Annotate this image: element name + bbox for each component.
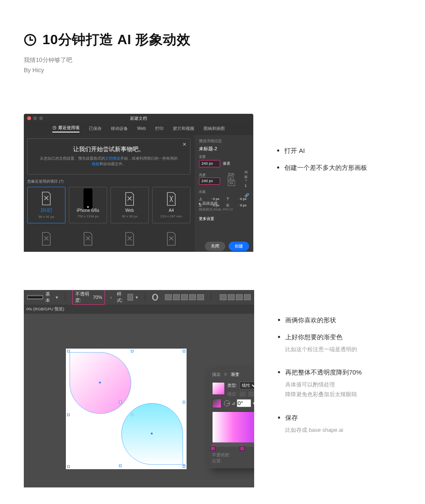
note-item: 保存 <box>285 411 343 424</box>
note-item: 打开 AI <box>284 144 305 157</box>
transform-icon[interactable] <box>236 294 243 300</box>
width-input[interactable]: 240 px <box>199 160 220 167</box>
align-icon[interactable] <box>173 294 180 300</box>
preset-ghost[interactable] <box>110 226 149 252</box>
stroke-gradient-icon[interactable] <box>248 391 254 397</box>
preset-detail-panel: 预设详细信息 未标题-2 宽度 240 px 像素 高度 240 px 方向 <box>195 135 253 252</box>
hero-body: 从您自己的文档设置、预先设置格式的文档预设开始，或者利用我们的一些有用的 模板和… <box>31 156 187 167</box>
preset-group-label: 您最近使用的项目 (7) <box>27 179 190 184</box>
phone-icon <box>82 188 94 210</box>
hero-box: ✕ 让我们开始尝试新事物吧。 从您自己的文档设置、预先设置格式的文档预设开始，或… <box>27 138 190 175</box>
transform-icons <box>220 294 251 300</box>
style-label: 样式: <box>117 291 125 304</box>
transform-icon[interactable] <box>228 294 235 300</box>
align-icon[interactable] <box>197 294 204 300</box>
byline: By Hicy <box>24 65 401 76</box>
window-title: 新建文档 <box>24 114 253 122</box>
note-sub: 比如这个粉注意一端是透明的 <box>285 344 357 354</box>
align-icon[interactable] <box>181 294 188 300</box>
preset-custom[interactable]: [自定] 90 x 91 px <box>27 187 65 223</box>
tab-film[interactable]: 胶片和视频 <box>173 125 194 132</box>
document-status-bar: 0% (RGB/GPU 预览) <box>24 305 254 314</box>
more-settings[interactable]: 更多设置 <box>199 216 249 222</box>
svg-rect-2 <box>84 189 93 209</box>
chevron-down-icon[interactable]: ▾ <box>136 295 138 300</box>
close-icon[interactable]: ✕ <box>182 141 187 147</box>
gradient-stop[interactable] <box>240 444 244 450</box>
document-icon <box>40 191 52 206</box>
stop-opacity-label: 不透明度: <box>212 452 243 458</box>
chevron-right-icon[interactable]: › <box>110 295 112 300</box>
subtitle-line: 我猜10分钟够了吧 <box>24 55 401 65</box>
create-button[interactable]: 创建 <box>229 242 249 251</box>
height-input[interactable]: 240 px <box>199 177 220 185</box>
stroke-basic-label[interactable]: 基本 <box>45 291 53 304</box>
width-label: 宽度 <box>199 155 249 159</box>
note-item: 创建一个差不多大的方形画板 <box>284 161 367 174</box>
preset-ghost[interactable] <box>152 226 190 252</box>
artboards-input[interactable]: ⌃ 1 <box>244 179 249 188</box>
preset-ghost[interactable] <box>27 226 65 252</box>
height-label: 高度 <box>199 173 220 177</box>
tab-mobile[interactable]: 移动设备 <box>111 125 128 132</box>
tab-saved[interactable]: 已保存 <box>89 125 102 132</box>
tab-stroke[interactable]: 描边 <box>212 372 221 377</box>
gradient-stop[interactable] <box>210 444 215 450</box>
note-item: 再把整体不透明度降到70% <box>285 366 362 379</box>
document-name[interactable]: 未标题-2 <box>199 146 249 152</box>
stroke-gradient-icon[interactable] <box>240 391 246 397</box>
gradient-fill-swatch[interactable] <box>212 382 225 395</box>
tab-web[interactable]: Web <box>137 125 146 132</box>
page-title: 10分钟打造 AI 形象动效 <box>42 31 190 49</box>
align-icon[interactable] <box>165 294 172 300</box>
document-icon <box>124 191 136 206</box>
preset-ghost[interactable] <box>69 226 107 252</box>
transform-icon[interactable] <box>220 294 227 300</box>
transform-icon[interactable] <box>244 294 251 300</box>
gradient-type-select[interactable]: 线性 <box>240 382 254 389</box>
artboards-label: 画板 <box>244 170 249 179</box>
angle-dial-icon[interactable] <box>224 400 230 406</box>
stroke-style-swatch[interactable] <box>27 295 43 299</box>
align-icon[interactable] <box>189 294 196 300</box>
preset-web[interactable]: Web 90 x 90 px <box>110 187 149 223</box>
opacity-control[interactable]: 不透明度: 70% <box>72 290 105 305</box>
gradient-ramp[interactable] <box>212 411 254 445</box>
chevron-down-icon[interactable]: ▾ <box>56 295 58 300</box>
stop-position-label: 位置: <box>212 458 243 464</box>
ai-new-doc-dialog: 新建文档 最近使用项 已保存 移动设备 Web 打印 胶片和视频 图稿和插图 ✕… <box>24 114 253 252</box>
detail-heading: 预设详细信息 <box>199 138 249 144</box>
tab-recent[interactable]: 最近使用项 <box>52 125 79 132</box>
note-item: 上好你想要的渐变色 <box>285 331 357 344</box>
unit-select[interactable]: 像素 <box>223 161 230 166</box>
color-mode: 颜色模式:RGB, PPI:72 <box>199 207 249 212</box>
gradient-stroke-swatch[interactable] <box>212 399 221 408</box>
tab-art[interactable]: 图稿和插图 <box>204 125 225 132</box>
note-sub: 具体值可以酌情处理 降降避免色彩叠加后太辣眼睛 <box>285 380 362 400</box>
preset-iphone[interactable]: iPhone 6/6s 750 x 1334 px <box>69 187 107 223</box>
orientation-landscape-icon[interactable]: ▭ <box>228 180 235 186</box>
angle-input[interactable] <box>237 399 251 407</box>
opacity-value[interactable]: 70% <box>93 295 102 300</box>
window-traffic-lights[interactable] <box>27 116 43 120</box>
tab-print[interactable]: 打印 <box>155 125 164 132</box>
ai-editor-window: 基本 ▾ 不透明度: 70% › 样式: ▾ <box>24 290 254 487</box>
section2-notes: 画俩你喜欢的形状 上好你想要的渐变色 比如这个粉注意一端是透明的 再把整体不透明… <box>278 314 362 439</box>
note-item: 画俩你喜欢的形状 <box>285 314 336 327</box>
tab-gradient[interactable]: 渐变 <box>231 372 239 377</box>
bleed-top-input[interactable]: 0 px <box>209 197 222 201</box>
artboard[interactable] <box>66 349 187 469</box>
globe-icon[interactable] <box>152 294 158 301</box>
bleed-right-input[interactable]: 0 px <box>236 203 249 208</box>
align-icons <box>165 294 204 300</box>
hero-title: 让我们开始尝试新事物吧。 <box>31 146 187 153</box>
close-button[interactable]: 关闭 <box>205 242 225 251</box>
options-bar: 基本 ▾ 不透明度: 70% › 样式: ▾ <box>24 290 254 305</box>
gradient-panel[interactable]: 描边 ◇ 渐变 类型: 线性 描边: <box>209 369 254 468</box>
style-swatch[interactable] <box>128 294 133 301</box>
clock-icon <box>24 34 37 46</box>
shape-cyan-teardrop[interactable] <box>120 402 184 466</box>
preset-a4[interactable]: A4 210 x 297 mm <box>152 187 190 223</box>
document-icon <box>165 191 177 206</box>
section1-notes: 打开 AI 创建一个差不多大的方形画板 <box>277 144 367 178</box>
